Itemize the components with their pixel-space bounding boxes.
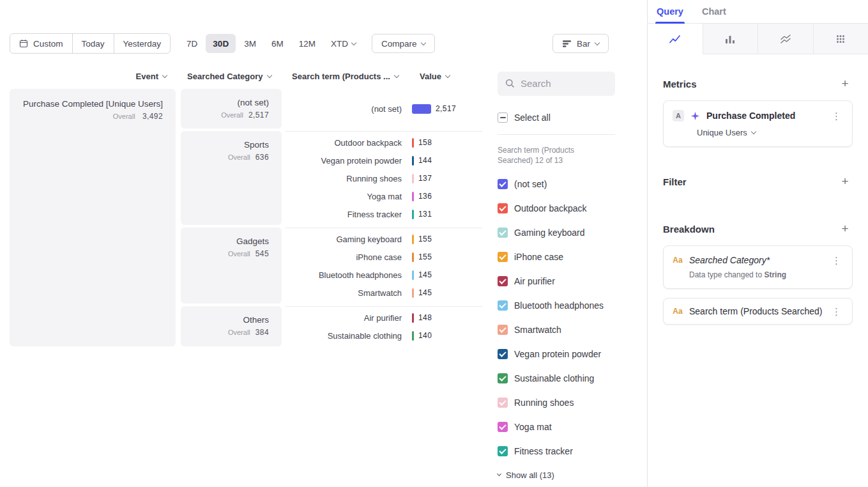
add-breakdown-button[interactable]: + xyxy=(837,221,853,236)
segment-section-label: Search term (Products Searched) 12 of 13 xyxy=(498,145,595,166)
range-12m-button[interactable]: 12M xyxy=(292,34,323,53)
checkbox-icon[interactable] xyxy=(498,422,508,432)
value-number: 148 xyxy=(418,313,432,322)
search-term-column-header[interactable]: Search term (Products ... xyxy=(286,72,412,81)
chart-row: Vegan protein powder144 xyxy=(286,151,482,169)
value-bar[interactable] xyxy=(412,174,414,183)
chart-type-dropdown[interactable]: Bar xyxy=(552,34,609,53)
tab-query[interactable]: Query xyxy=(655,6,685,23)
term-item-label: Sustainable clothing xyxy=(514,373,594,383)
measure-label: Unique Users xyxy=(697,128,747,137)
breakdown-menu-button[interactable]: ⋮ xyxy=(830,307,843,316)
search-input[interactable] xyxy=(521,78,607,89)
value-number: 136 xyxy=(418,192,432,201)
value-bar[interactable] xyxy=(412,104,431,114)
range-xtd-button[interactable]: XTD xyxy=(324,34,363,53)
checkbox-icon[interactable] xyxy=(498,228,508,238)
term-checkbox-item[interactable]: Sustainable clothing xyxy=(498,366,615,390)
group-rows: (not set)2,517 xyxy=(286,89,482,128)
checkbox-icon[interactable] xyxy=(498,373,508,383)
custom-date-button[interactable]: Custom xyxy=(10,34,73,53)
value-cell: 155 xyxy=(412,235,482,244)
term-checkbox-item[interactable]: Bluetooth headphones xyxy=(498,293,615,318)
checkbox-icon[interactable] xyxy=(498,398,508,408)
range-7d-button[interactable]: 7D xyxy=(179,34,204,53)
category-cell[interactable]: (not set)Overall2,517 xyxy=(181,89,282,128)
term-item-label: Vegan protein powder xyxy=(514,349,601,359)
term-checkbox-item[interactable]: (not set) xyxy=(498,172,615,196)
term-checkbox-item[interactable]: Yoga mat xyxy=(498,415,615,439)
value-bar[interactable] xyxy=(412,210,414,219)
term-item-label: Fitness tracker xyxy=(514,446,573,456)
show-all-label: Show all (13) xyxy=(506,470,554,480)
value-column-header[interactable]: Value xyxy=(412,72,482,81)
select-all-checkbox[interactable] xyxy=(498,112,508,123)
metric-menu-button[interactable]: ⋮ xyxy=(830,111,843,121)
category-overall-value: 384 xyxy=(255,328,269,337)
range-30d-button[interactable]: 30D xyxy=(206,34,236,53)
yesterday-button[interactable]: Yesterday xyxy=(114,34,171,53)
add-filter-button[interactable]: + xyxy=(837,174,853,189)
value-number: 2,517 xyxy=(436,104,456,113)
stacked-chart-tab[interactable] xyxy=(758,24,814,54)
term-checkbox-item[interactable]: Outdoor backpack xyxy=(498,196,615,220)
date-range-group: 7D30D3M6M12MXTD xyxy=(179,34,363,53)
bar-chart-icon xyxy=(724,34,736,44)
term-checkbox-item[interactable]: Air purifier xyxy=(498,269,615,293)
term-checkbox-item[interactable]: Smartwatch xyxy=(498,318,615,342)
checkbox-icon[interactable] xyxy=(498,276,508,286)
tab-chart[interactable]: Chart xyxy=(701,6,727,23)
report-toolbar: Custom Today Yesterday 7D30D3M6M12MXTD C… xyxy=(0,0,647,54)
value-bar[interactable] xyxy=(412,313,414,323)
category-cell[interactable]: OthersOverall384 xyxy=(181,306,282,346)
range-3m-button[interactable]: 3M xyxy=(237,34,263,53)
category-cell[interactable]: SportsOverall636 xyxy=(181,131,282,225)
breakdown-name: Search term (Products Searched) xyxy=(689,306,823,316)
metric-card[interactable]: A Purchase Completed ⋮ Unique Users xyxy=(663,100,853,147)
value-bar[interactable] xyxy=(412,331,414,341)
breakdown-card-searched-category[interactable]: Aa Searched Category* ⋮ Data type change… xyxy=(663,245,853,289)
category-overall: Overall545 xyxy=(187,249,269,258)
term-checkbox-item[interactable]: iPhone case xyxy=(498,245,615,269)
value-bar[interactable] xyxy=(412,192,414,201)
event-cell[interactable]: Purchase Completed [Unique Users] Overal… xyxy=(10,89,176,346)
bar-chart-tab[interactable] xyxy=(703,24,759,54)
checkbox-icon[interactable] xyxy=(498,349,508,359)
chart-row: iPhone case155 xyxy=(286,248,482,266)
event-column-header[interactable]: Event xyxy=(10,72,176,81)
today-button[interactable]: Today xyxy=(73,34,114,53)
line-chart-tab[interactable] xyxy=(648,24,703,54)
event-sparkle-icon xyxy=(690,111,700,121)
checkbox-icon[interactable] xyxy=(498,446,508,456)
value-bar[interactable] xyxy=(412,288,414,298)
chart-row: Bluetooth headphones145 xyxy=(286,266,482,284)
range-6m-button[interactable]: 6M xyxy=(264,34,291,53)
value-bar[interactable] xyxy=(412,252,414,262)
category-cell[interactable]: GadgetsOverall545 xyxy=(181,228,282,304)
checkbox-icon[interactable] xyxy=(498,252,508,262)
metric-grid-tab[interactable] xyxy=(814,24,868,54)
measure-dropdown[interactable]: Unique Users xyxy=(697,128,843,137)
chart-type-label: Bar xyxy=(577,39,590,49)
term-checkbox-item[interactable]: Gaming keyboard xyxy=(498,220,615,245)
term-checkbox-item[interactable]: Vegan protein powder xyxy=(498,342,615,366)
compare-button[interactable]: Compare xyxy=(372,34,436,53)
value-bar[interactable] xyxy=(412,156,414,166)
value-bar[interactable] xyxy=(412,270,414,280)
value-bar[interactable] xyxy=(412,138,414,148)
breakdown-menu-button[interactable]: ⋮ xyxy=(830,256,843,265)
value-bar[interactable] xyxy=(412,235,414,244)
segment-search-box[interactable] xyxy=(498,72,615,96)
checkbox-icon[interactable] xyxy=(498,179,508,189)
breakdown-card-search-term[interactable]: Aa Search term (Products Searched) ⋮ xyxy=(663,298,853,325)
term-checkbox-item[interactable]: Fitness tracker xyxy=(498,439,615,463)
add-metric-button[interactable]: + xyxy=(837,76,853,91)
checkbox-icon[interactable] xyxy=(498,300,508,311)
checkbox-icon[interactable] xyxy=(498,203,508,213)
show-all-button[interactable]: Show all (13) xyxy=(498,463,615,487)
term-checkbox-item[interactable]: Running shoes xyxy=(498,390,615,415)
select-all-row[interactable]: Select all xyxy=(498,112,615,135)
category-column-header[interactable]: Searched Category xyxy=(181,72,282,81)
checkbox-icon[interactable] xyxy=(498,325,508,335)
term-item-label: Running shoes xyxy=(514,398,574,408)
